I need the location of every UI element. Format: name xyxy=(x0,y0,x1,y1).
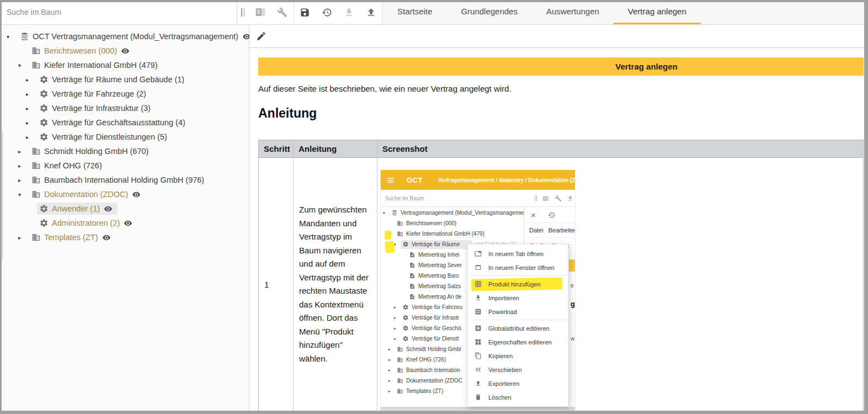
menu-item-label: Produkt hinzufügen xyxy=(488,281,541,288)
column-header-schritt: Schritt xyxy=(259,140,294,157)
context-menu-item-verschieben[interactable]: Verschieben xyxy=(468,363,568,376)
save-button[interactable] xyxy=(294,0,316,24)
embedded-menu-bearbeiten: Bearbeiten xyxy=(549,227,576,233)
eye-icon[interactable] xyxy=(104,205,113,213)
tree-item[interactable]: Administratoren (2) xyxy=(0,216,248,230)
tree-item-label: Mietvertrag An de xyxy=(418,294,461,300)
expander-icon[interactable]: ▸ xyxy=(25,91,37,97)
expander-icon[interactable]: ▸ xyxy=(25,134,37,140)
tree-item[interactable]: ▸ Verträge für Geschäftsausstattung (4) xyxy=(0,115,248,130)
menu-item-icon xyxy=(475,250,482,257)
expander-icon[interactable]: ▸ xyxy=(17,235,29,241)
menu-item-label: Kopieren xyxy=(488,353,513,359)
tree-item-label: Mietvertrag Inhei xyxy=(418,252,459,258)
tab-vertrag-anlegen[interactable]: Vertrag anlegen xyxy=(614,0,701,24)
tree-item[interactable]: ▸ Verträge für Fahrzeuge (2) xyxy=(0,87,248,101)
expander-icon: ▸ xyxy=(388,379,395,383)
tab-auswertungen[interactable]: Auswertungen xyxy=(532,0,614,24)
tree-item[interactable]: Anwender (1) xyxy=(0,201,248,216)
menu-item-label: Exportieren xyxy=(488,380,519,387)
expander-icon[interactable]: ▸ xyxy=(17,177,29,183)
tree-item[interactable]: ▸ Knef OHG (726) xyxy=(0,158,248,173)
node-icon xyxy=(39,204,50,213)
expander-icon[interactable]: ▸ xyxy=(25,120,37,126)
menu-item-icon xyxy=(475,380,482,387)
context-menu-item-globalattribut-editieren[interactable]: Globalattribut editieren xyxy=(468,321,568,335)
expander-icon[interactable]: ▾ xyxy=(17,192,29,198)
column-header-anleitung: Anleitung xyxy=(294,140,377,157)
tree-item-label: Berichtswesen (000) xyxy=(44,46,117,55)
sidebar: ▾ OCT Vertragsmanagement (Modul_Vertrags… xyxy=(0,0,249,414)
restore-button[interactable] xyxy=(316,0,338,24)
tree-item[interactable]: ▾ OCT Vertragsmanagement (Modul_Vertrags… xyxy=(0,29,248,44)
upload-button[interactable] xyxy=(360,0,382,24)
top-bar: StartseiteGrundlegendesAuswertungenVertr… xyxy=(249,0,868,25)
menu-item-icon xyxy=(475,352,482,359)
tree-item[interactable]: ▸ Verträge für Dienstleistungen (5) xyxy=(0,130,248,144)
context-menu-item-l-schen[interactable]: Löschen xyxy=(468,390,568,404)
context-menu-item-in-neuem-tab-ffnen[interactable]: In neuem Tab öffnen xyxy=(468,247,568,261)
expander-icon[interactable]: ▸ xyxy=(17,163,29,169)
download-button[interactable] xyxy=(338,0,360,24)
tree-item[interactable]: Berichtswesen (000) xyxy=(0,44,248,58)
context-menu-item-eigenschaften-editieren[interactable]: Eigenschaften editieren xyxy=(468,335,568,349)
context-menu-item-powerload[interactable]: Powerload xyxy=(468,305,568,319)
tree-search-input[interactable] xyxy=(0,0,237,24)
tree-item-label: Verträge für Dienstleistungen (5) xyxy=(52,132,167,141)
expander-icon[interactable]: ▸ xyxy=(17,148,29,155)
tree-item[interactable]: ▸ Verträge für Infrastruktur (3) xyxy=(0,101,248,115)
context-menu-item-kopieren[interactable]: Kopieren xyxy=(468,349,568,363)
tree-item-label: Verträge für Räume xyxy=(412,241,460,247)
tree-item-label: Dokumentation (ZDOC) xyxy=(44,190,128,199)
tree-item[interactable]: ▸ Verträge für Räume und Gebäude (1) xyxy=(0,72,248,87)
highlight-marker xyxy=(385,241,395,253)
context-menu-item-in-neuem-fenster-ffnen[interactable]: In neuem Fenster öffnen xyxy=(468,261,568,274)
wrench-icon[interactable] xyxy=(271,0,294,24)
tab-grundlegendes[interactable]: Grundlegendes xyxy=(446,0,532,24)
context-menu-item-importieren[interactable]: Importieren xyxy=(468,291,568,305)
expander-icon[interactable]: ▾ xyxy=(6,34,18,40)
menu-item-label: Löschen xyxy=(488,394,512,401)
step-number: 1 xyxy=(259,158,294,411)
eye-icon[interactable] xyxy=(121,47,130,55)
tree-item-label: Verträge für Fahrzeuge (2) xyxy=(52,89,146,98)
edit-pencil-icon[interactable] xyxy=(256,31,267,41)
panel-view-button[interactable] xyxy=(249,0,271,24)
node-icon xyxy=(31,176,42,184)
node-icon xyxy=(397,231,404,237)
tree-item-label: Vertragsmanagement (Modul_Vertragsmanage… xyxy=(401,210,526,216)
tree-item-label: Verträge für Infrastruktur (3) xyxy=(52,104,151,113)
eye-icon[interactable] xyxy=(132,190,141,199)
expander-icon[interactable]: ▸ xyxy=(25,105,37,112)
node-icon xyxy=(39,89,50,98)
tree-item[interactable]: ▾ Kiefer International GmbH (479) xyxy=(0,58,248,72)
expander-icon[interactable]: ▸ xyxy=(25,77,37,83)
tree-item[interactable]: ▾ Dokumentation (ZDOC) xyxy=(0,187,248,201)
app-window: ▾ OCT Vertragsmanagement (Modul_Vertrags… xyxy=(0,0,868,414)
tree-item-label: Kiefer International GmbH (479) xyxy=(406,231,484,237)
expander-icon[interactable]: ▾ xyxy=(17,62,29,68)
embedded-breadcrumb: Vertragsmanagement / dataentry / Dokumen… xyxy=(438,177,575,183)
table-row: 1 Zum gewünschten Mandanten und Vertrags… xyxy=(259,158,863,411)
menu-item-label: Verschieben xyxy=(488,367,522,373)
tree-item[interactable]: ▸ Schmidt Holding GmbH (670) xyxy=(0,144,248,158)
eye-icon[interactable] xyxy=(102,233,111,242)
tab-startseite[interactable]: Startseite xyxy=(383,0,446,24)
expander-icon: ▸ xyxy=(394,337,401,341)
tree-item-label: OCT Vertragsmanagement (Modul_Vertragsma… xyxy=(33,32,238,41)
embedded-bottom-bar xyxy=(381,407,575,410)
context-menu-item-produkt-hinzuf-gen[interactable]: Produkt hinzufügen xyxy=(468,277,568,291)
embedded-search-placeholder: Suche im Baum xyxy=(385,195,535,201)
eye-icon[interactable] xyxy=(124,219,132,227)
context-menu-item-exportieren[interactable]: Exportieren xyxy=(468,376,568,390)
tree-item[interactable]: ▸ Templates (ZT) xyxy=(0,230,248,245)
tree-item-label: Verträge für Geschä xyxy=(412,325,461,331)
menu-item-icon xyxy=(475,264,482,271)
tree-item-label: Berichtswesen (000) xyxy=(406,220,456,226)
node-icon xyxy=(31,46,42,55)
resize-handle[interactable] xyxy=(241,8,246,17)
text-fragment: w xyxy=(571,336,574,342)
tree-item[interactable]: ▸ Baumbach International Holding GmbH (9… xyxy=(0,173,248,187)
edit-toolbar xyxy=(249,25,868,48)
expander-icon: ▾ xyxy=(394,242,401,247)
